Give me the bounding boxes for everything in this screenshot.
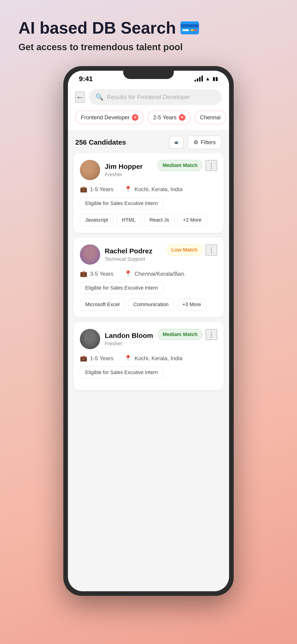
chip-label: Chennai [200, 114, 220, 121]
experience-text: 1-5 Years [90, 355, 113, 362]
location-detail: 📍 Kochi, Kerala, India [124, 355, 182, 362]
signal-bars-icon [194, 76, 203, 82]
location-text: Kochi, Kerala, India [134, 186, 182, 192]
location-icon: 📍 [124, 270, 132, 277]
cards-container: Jim Hopper Fresher Mediam Match ⋮ 💼 1-5 … [68, 153, 229, 399]
candidates-count: 256 Candidates [75, 138, 126, 146]
avatar [80, 329, 100, 349]
more-options-button[interactable]: ⋮ [206, 160, 217, 171]
svg-rect-3 [191, 29, 194, 31]
battery-icon: ▮▮ [212, 76, 218, 82]
card-details: 💼 1-5 Years 📍 Kochi, Kerala, India [80, 186, 217, 193]
candidate-role: Fresher [105, 341, 153, 347]
candidate-info: Rachel Podrez Technical Support [80, 244, 152, 265]
video-filter-button[interactable]: 📹 [169, 136, 184, 149]
more-skills-tag[interactable]: +2 More [178, 214, 207, 226]
location-icon: 📍 [124, 186, 132, 193]
chip-frontend-developer[interactable]: Frontend Developer ✕ [75, 110, 144, 124]
filter-label: Filters [201, 139, 216, 146]
candidate-info: Jim Hopper Fresher [80, 160, 143, 180]
wifi-icon: ▲ [205, 76, 210, 82]
filter-icon: ⚙ [194, 139, 198, 146]
chip-close-icon[interactable]: ✕ [179, 114, 185, 121]
briefcase-icon: 💼 [80, 186, 87, 193]
card-header: Rachel Podrez Technical Support Low Matc… [80, 244, 217, 265]
more-options-button[interactable]: ⋮ [206, 244, 217, 256]
filter-chips: Frontend Developer ✕ 2-5 Years ✕ Chennai [68, 110, 229, 130]
candidate-card[interactable]: Landon Bloom Fresher Mediam Match ⋮ 💼 1-… [74, 322, 224, 390]
avatar [80, 160, 100, 180]
chip-label: 2-5 Years [153, 114, 176, 121]
avatar [80, 244, 100, 265]
back-button[interactable]: ← [75, 92, 84, 102]
skills-row: Microsoft Excel Communication +3 More [80, 298, 217, 310]
experience-detail: 💼 1-5 Years [80, 355, 113, 362]
candidates-header: 256 Candidates 📹 ⚙ Filters [68, 130, 229, 153]
skill-tag: Communication [128, 298, 174, 310]
status-icons: ▲ ▮▮ [194, 76, 218, 82]
candidate-role: Technical Support [105, 256, 152, 262]
header-actions: 📹 ⚙ Filters [169, 136, 222, 149]
eligible-tag: Eligible for Sales Excutive Intern [80, 282, 163, 294]
video-icon: 📹 [174, 141, 178, 144]
candidate-role: Fresher [105, 172, 143, 178]
location-icon: 📍 [124, 355, 132, 362]
chip-close-icon[interactable]: ✕ [132, 114, 138, 121]
match-badge: Mediam Match [158, 160, 202, 171]
phone-screen: 9:41 ▲ ▮▮ ← 🔍 Results for Frontend Devel… [68, 71, 229, 591]
page-subtitle: Get access to tremendous talent pool [18, 42, 278, 52]
page-header: AI based DB Search Get access to tremend… [0, 18, 297, 52]
search-bar[interactable]: 🔍 Results for Frontend Developer [89, 89, 222, 105]
page-title: AI based DB Search [18, 18, 278, 37]
candidate-info: Landon Bloom Fresher [80, 329, 153, 349]
skills-row: Javascript HTML React Js +2 More [80, 214, 217, 226]
card-details: 💼 3-5 Years 📍 Chennai/Kerala/Ban. [80, 270, 217, 277]
card-right: Low Match ⋮ [166, 244, 217, 256]
experience-text: 1-5 Years [90, 186, 113, 192]
chip-location[interactable]: Chennai [194, 110, 226, 124]
match-badge: Low Match [166, 244, 202, 256]
briefcase-icon: 💼 [80, 355, 87, 362]
card-right: Mediam Match ⋮ [158, 160, 217, 171]
location-detail: 📍 Chennai/Kerala/Ban. [124, 270, 185, 277]
match-badge: Mediam Match [158, 329, 202, 340]
skill-tag: Microsoft Excel [80, 298, 125, 310]
candidate-card[interactable]: Rachel Podrez Technical Support Low Matc… [74, 238, 224, 318]
location-text: Kochi, Kerala, India [134, 355, 182, 362]
skill-tag: React Js [144, 214, 174, 226]
experience-detail: 💼 3-5 Years [80, 270, 113, 277]
search-icon: 🔍 [96, 93, 104, 101]
experience-detail: 💼 1-5 Years [80, 186, 113, 193]
card-details: 💼 1-5 Years 📍 Kochi, Kerala, India [80, 355, 217, 362]
candidate-details: Jim Hopper Fresher [105, 162, 143, 178]
location-detail: 📍 Kochi, Kerala, India [124, 186, 182, 193]
filters-button[interactable]: ⚙ Filters [188, 136, 222, 149]
candidate-card[interactable]: Jim Hopper Fresher Mediam Match ⋮ 💼 1-5 … [74, 153, 224, 233]
chip-label: Frontend Developer [81, 114, 130, 121]
candidate-details: Rachel Podrez Technical Support [105, 247, 152, 262]
chip-experience[interactable]: 2-5 Years ✕ [148, 110, 191, 124]
status-time: 9:41 [79, 75, 93, 83]
candidate-name: Rachel Podrez [105, 247, 152, 255]
experience-text: 3-5 Years [90, 271, 113, 277]
card-right: Mediam Match ⋮ [158, 329, 217, 340]
search-input[interactable]: Results for Frontend Developer [107, 94, 190, 101]
card-header: Landon Bloom Fresher Mediam Match ⋮ [80, 329, 217, 349]
credit-card-icon [180, 22, 199, 34]
candidate-details: Landon Bloom Fresher [105, 332, 153, 347]
phone-frame: 9:41 ▲ ▮▮ ← 🔍 Results for Frontend Devel… [63, 66, 234, 596]
svg-rect-4 [194, 29, 197, 31]
skill-tag: Javascript [80, 214, 113, 226]
svg-rect-0 [180, 22, 199, 34]
card-header: Jim Hopper Fresher Mediam Match ⋮ [80, 160, 217, 180]
skill-tag: HTML [116, 214, 141, 226]
eligible-tag: Eligible for Sales Excutive Intern [80, 198, 163, 209]
eligible-tag: Eligible for Sales Excutive Intern [80, 366, 163, 378]
more-skills-tag[interactable]: +3 More [177, 298, 206, 310]
phone-notch [123, 71, 174, 79]
candidate-name: Landon Bloom [105, 332, 153, 340]
more-options-button[interactable]: ⋮ [206, 329, 217, 340]
svg-rect-2 [182, 29, 189, 31]
search-header: ← 🔍 Results for Frontend Developer [68, 84, 229, 110]
svg-rect-1 [180, 24, 199, 28]
